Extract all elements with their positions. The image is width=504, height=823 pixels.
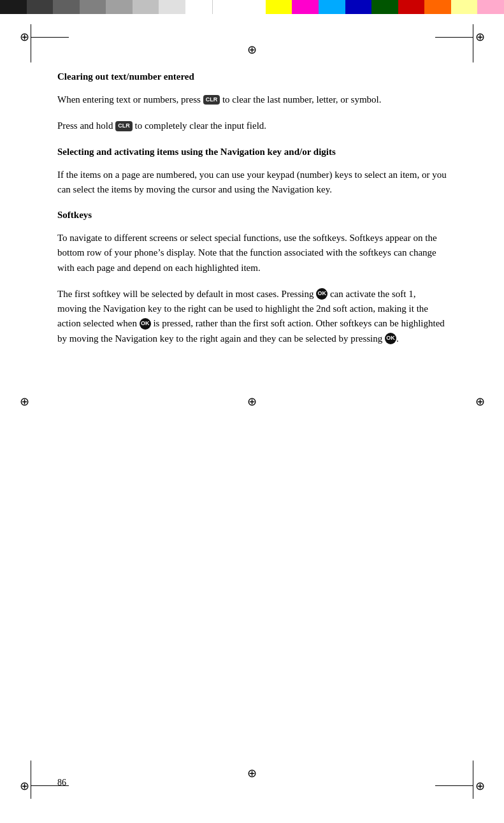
swatch-light-pink — [477, 0, 504, 14]
page-number: 86 — [57, 778, 66, 788]
softkeys-pre: The first softkey will be selected by de… — [57, 289, 313, 299]
swatch-orange — [424, 0, 451, 14]
clr-icon-2: CLR — [115, 121, 133, 131]
reg-mark-bottom-left — [18, 780, 31, 792]
swatch-light-gray — [159, 0, 185, 14]
section-selecting: Selecting and activating items using the… — [57, 145, 447, 198]
border-tl-v — [31, 24, 31, 62]
reg-mark-bottom-center — [246, 767, 259, 780]
section-clearing: Clearing out text/number entered When en… — [57, 70, 447, 134]
section-softkeys: Softkeys To navigate to different screen… — [57, 208, 447, 346]
reg-mark-mid-left — [18, 395, 31, 408]
border-br-v — [473, 761, 473, 799]
border-br-h — [435, 785, 473, 786]
ok-icon-1: OK — [316, 288, 328, 300]
swatch-gray2 — [80, 0, 106, 14]
main-content: Clearing out text/number entered When en… — [57, 70, 447, 766]
swatch-black — [0, 0, 27, 14]
swatch-white — [185, 0, 213, 14]
swatch-yellow — [266, 0, 292, 14]
para-clearing-1: When entering text or numbers, press CLR… — [57, 92, 447, 107]
heading-clearing: Clearing out text/number entered — [57, 70, 447, 84]
bar-gap — [213, 0, 266, 14]
swatch-blue — [345, 0, 372, 14]
reg-mark-top-left — [18, 31, 31, 43]
ok-icon-2: OK — [140, 318, 151, 330]
reg-mark-top-center — [246, 43, 259, 56]
swatch-magenta — [292, 0, 319, 14]
para-clearing-2-pre: Press and hold — [57, 120, 113, 131]
swatch-dark-gray — [27, 0, 54, 14]
reg-mark-bottom-right — [473, 780, 486, 792]
para-clearing-1-post: to clear the last number, letter, or sym… — [222, 94, 382, 105]
para-softkeys-2: The first softkey will be selected by de… — [57, 287, 447, 346]
swatch-red — [398, 0, 425, 14]
ok-icon-3: OK — [385, 333, 396, 344]
para-softkeys-1: To navigate to different screens or sele… — [57, 231, 447, 275]
color-bar — [0, 0, 504, 14]
reg-mark-top-right — [473, 31, 486, 43]
border-tl-h — [31, 37, 69, 38]
reg-mark-mid-right — [473, 395, 486, 408]
swatch-gray4 — [133, 0, 159, 14]
clr-icon-1: CLR — [203, 95, 220, 105]
para-selecting: If the items on a page are numbered, you… — [57, 168, 447, 198]
softkeys-end: . — [396, 333, 399, 344]
swatch-gray3 — [106, 0, 133, 14]
border-tr-v — [473, 24, 473, 62]
heading-selecting: Selecting and activating items using the… — [57, 145, 447, 159]
para-clearing-1-pre: When entering text or numbers, press — [57, 94, 201, 105]
para-clearing-2: Press and hold CLR to completely clear t… — [57, 119, 447, 133]
swatch-dark-green — [371, 0, 398, 14]
para-clearing-2-post: to completely clear the input field. — [135, 120, 267, 131]
border-tr-h — [435, 37, 473, 38]
border-bl-v — [31, 761, 31, 799]
heading-softkeys: Softkeys — [57, 208, 447, 222]
swatch-gray1 — [53, 0, 80, 14]
swatch-cyan — [319, 0, 345, 14]
swatch-light-yellow — [451, 0, 478, 14]
